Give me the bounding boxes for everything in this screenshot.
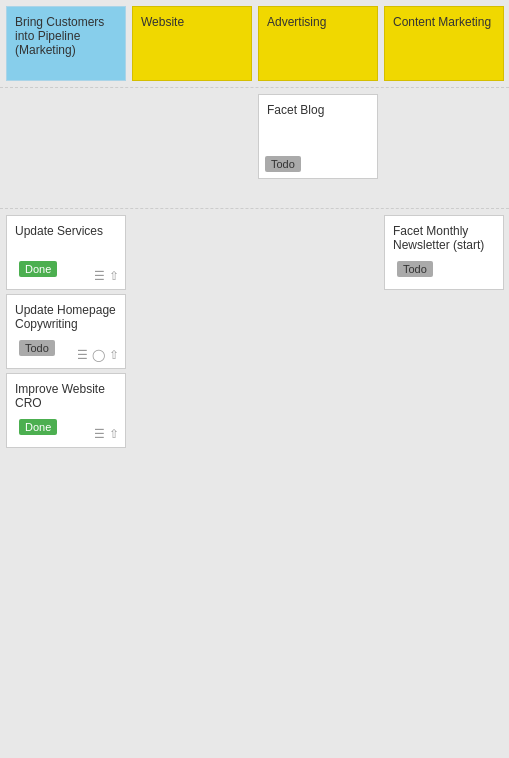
- facet-newsletter-title: Facet Monthly Newsletter (start): [393, 224, 495, 252]
- middle-col-1: [6, 94, 126, 202]
- list-icon-3: ☰: [94, 427, 105, 441]
- update-homepage-icons: ☰ ◯ ⇧: [77, 348, 119, 362]
- facet-newsletter-badge: Todo: [397, 261, 433, 277]
- category-label-content-marketing: Content Marketing: [393, 15, 491, 29]
- board-container: Bring Customers into Pipeline (Marketing…: [0, 0, 509, 459]
- update-services-title: Update Services: [15, 224, 117, 238]
- facet-blog-card[interactable]: Facet Blog Todo: [258, 94, 378, 179]
- pipeline-card-title: Bring Customers into Pipeline (Marketing…: [15, 15, 104, 57]
- category-card-advertising[interactable]: Advertising: [258, 6, 378, 81]
- facet-blog-badge: Todo: [265, 156, 301, 172]
- middle-col-4: [384, 94, 504, 202]
- category-card-content-marketing[interactable]: Content Marketing: [384, 6, 504, 81]
- middle-col-2: [132, 94, 252, 202]
- update-homepage-title: Update Homepage Copywriting: [15, 303, 117, 331]
- improve-cro-icons: ☰ ⇧: [94, 427, 119, 441]
- bottom-section: Update Services Done ☰ ⇧ Update Homepage…: [0, 209, 509, 459]
- share-icon: ⇧: [109, 269, 119, 283]
- top-section: Bring Customers into Pipeline (Marketing…: [0, 0, 509, 87]
- update-homepage-badge: Todo: [19, 340, 55, 356]
- comment-icon: ◯: [92, 348, 105, 362]
- improve-cro-title: Improve Website CRO: [15, 382, 117, 410]
- improve-cro-card[interactable]: Improve Website CRO Done ☰ ⇧: [6, 373, 126, 448]
- category-label-advertising: Advertising: [267, 15, 326, 29]
- category-card-website[interactable]: Website: [132, 6, 252, 81]
- share-icon-2: ⇧: [109, 348, 119, 362]
- improve-cro-badge: Done: [19, 419, 57, 435]
- list-icon-2: ☰: [77, 348, 88, 362]
- update-services-card[interactable]: Update Services Done ☰ ⇧: [6, 215, 126, 290]
- update-services-badge: Done: [19, 261, 57, 277]
- middle-col-3: Facet Blog Todo: [258, 94, 378, 202]
- update-services-icons: ☰ ⇧: [94, 269, 119, 283]
- bottom-col-advertising: [132, 215, 252, 453]
- facet-blog-title: Facet Blog: [267, 103, 369, 117]
- category-label-website: Website: [141, 15, 184, 29]
- list-icon: ☰: [94, 269, 105, 283]
- facet-newsletter-card[interactable]: Facet Monthly Newsletter (start) Todo: [384, 215, 504, 290]
- middle-section: Facet Blog Todo: [0, 88, 509, 208]
- pipeline-card[interactable]: Bring Customers into Pipeline (Marketing…: [6, 6, 126, 81]
- bottom-col-email: Facet Monthly Newsletter (start) Todo: [384, 215, 504, 453]
- bottom-col-content: [258, 215, 378, 453]
- share-icon-3: ⇧: [109, 427, 119, 441]
- bottom-col-website: Update Services Done ☰ ⇧ Update Homepage…: [6, 215, 126, 453]
- update-homepage-card[interactable]: Update Homepage Copywriting Todo ☰ ◯ ⇧: [6, 294, 126, 369]
